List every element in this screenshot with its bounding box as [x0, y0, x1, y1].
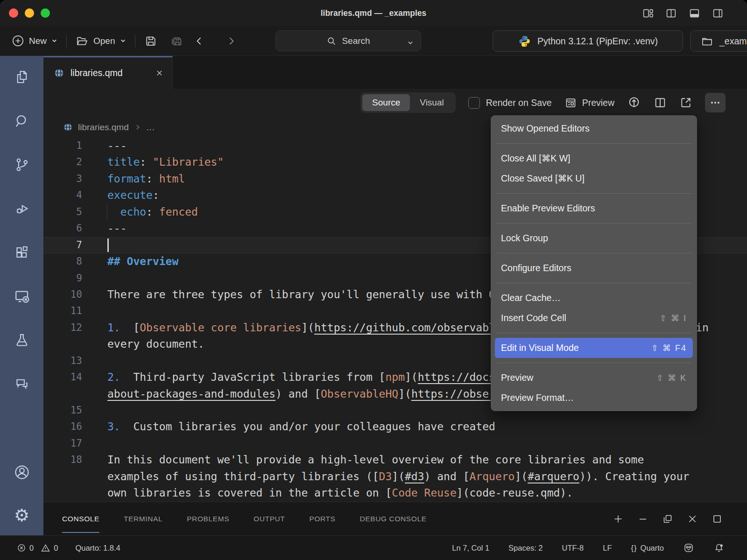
eol-status[interactable]: LF	[603, 544, 612, 553]
warning-count: 0	[54, 544, 58, 553]
panel-restore-icon[interactable]	[662, 513, 673, 525]
more-actions-button[interactable]	[705, 93, 726, 112]
navigate-forward-icon[interactable]	[226, 35, 237, 47]
panel-tab-console[interactable]: CONSOLE	[62, 502, 99, 535]
menu-item-edit-in-visual-mode[interactable]: Edit in Visual Mode⇧ ⌘ F4	[495, 338, 693, 358]
encoding-status[interactable]: UTF-8	[562, 544, 584, 553]
panel-tab-problems[interactable]: PROBLEMS	[187, 502, 229, 535]
sidebar-item-account[interactable]	[0, 451, 43, 495]
line-number: 6	[43, 220, 82, 237]
chevron-down-icon[interactable]	[407, 38, 414, 49]
toolbar-separator	[135, 35, 135, 47]
code-line[interactable]: examples of using third-party libraries …	[43, 469, 747, 485]
new-button[interactable]: New	[12, 35, 57, 47]
sidebar-item-run-debug[interactable]	[0, 188, 43, 231]
customize-layout-icon[interactable]	[642, 7, 654, 19]
code-text: 3. Custom libraries you and/or your coll…	[107, 419, 495, 435]
menu-item-preview[interactable]: Preview⇧ ⌘ K	[491, 368, 697, 388]
sidebar-item-remote-explorer[interactable]	[0, 275, 43, 319]
line-number: 14	[43, 369, 82, 385]
panel-close-icon[interactable]	[687, 513, 698, 525]
sidebar-item-comments[interactable]	[0, 363, 43, 407]
menu-separator	[496, 193, 691, 194]
tab-libraries-qmd[interactable]: libraries.qmd	[43, 56, 173, 89]
panel-tab-ports[interactable]: PORTS	[309, 502, 335, 535]
line-number: 11	[43, 303, 82, 319]
close-window-button[interactable]	[9, 8, 18, 18]
line-number: 7	[43, 237, 82, 253]
panel-add-icon[interactable]	[613, 513, 624, 525]
toggle-panel-icon[interactable]	[689, 7, 700, 19]
breadcrumb-file[interactable]: libraries.qmd	[78, 122, 129, 133]
window-title: libraries.qmd — _examples	[0, 8, 747, 18]
line-number: 8	[43, 253, 82, 270]
chevron-right-icon	[134, 124, 141, 131]
split-editor-icon[interactable]	[654, 96, 667, 109]
menu-item-label: Clear Cache…	[501, 293, 561, 303]
line-number: 2	[43, 154, 82, 170]
line-number	[43, 336, 82, 352]
source-mode-button[interactable]: Source	[362, 94, 410, 111]
render-icon[interactable]	[627, 96, 641, 110]
preview-label: Preview	[582, 98, 614, 108]
quarto-file-icon	[63, 122, 73, 132]
cursor-position-status[interactable]: Ln 7, Col 1	[452, 544, 489, 553]
render-on-save-checkbox[interactable]	[468, 97, 480, 109]
visual-mode-button[interactable]: Visual	[410, 94, 453, 111]
interpreter-selector[interactable]: Python 3.12.1 (PipEnv: .venv)	[493, 30, 683, 52]
code-text: ---	[107, 220, 127, 237]
sidebar-item-extensions[interactable]	[0, 231, 43, 275]
menu-item-label: Enable Preview Editors	[501, 203, 595, 214]
menu-item-lock-group[interactable]: Lock Group	[491, 228, 697, 248]
minimize-window-button[interactable]	[25, 8, 34, 18]
panel-tab-debug-console[interactable]: DEBUG CONSOLE	[360, 502, 427, 535]
save-all-icon[interactable]	[169, 34, 183, 48]
sidebar-item-explorer[interactable]	[0, 56, 43, 100]
menu-item-close-all-k-w[interactable]: Close All [⌘K W]	[491, 148, 697, 168]
code-line[interactable]: own libraries is covered in the article …	[43, 485, 747, 501]
notifications-bell-icon[interactable]	[713, 542, 725, 553]
sidebar-item-search[interactable]	[0, 100, 43, 144]
language-mode-status[interactable]: {} Quarto	[631, 544, 664, 553]
python-logo-icon	[518, 35, 531, 48]
panel-maximize-icon[interactable]	[712, 513, 723, 525]
close-tab-icon[interactable]	[155, 69, 164, 77]
preview-button[interactable]: Preview	[564, 97, 614, 109]
line-number: 10	[43, 287, 82, 303]
code-line[interactable]: 163. Custom libraries you and/or your co…	[43, 419, 747, 435]
open-button[interactable]: Open	[76, 35, 126, 48]
navigate-back-icon[interactable]	[194, 35, 205, 47]
menu-item-insert-code-cell[interactable]: Insert Code Cell⇧ ⌘ I	[491, 308, 697, 328]
quarto-version-status[interactable]: Quarto: 1.8.4	[75, 544, 120, 553]
breadcrumb-more[interactable]: …	[146, 122, 155, 133]
code-line[interactable]: 17	[43, 435, 747, 452]
sidebar-item-testing[interactable]	[0, 319, 43, 363]
toggle-split-editor-icon[interactable]	[665, 7, 677, 19]
menu-item-enable-preview-editors[interactable]: Enable Preview Editors	[491, 198, 697, 218]
project-selector[interactable]: _examples	[690, 30, 747, 52]
indentation-status[interactable]: Spaces: 2	[508, 544, 543, 553]
maximize-window-button[interactable]	[41, 8, 50, 18]
menu-item-close-saved-k-u[interactable]: Close Saved [⌘K U]	[491, 168, 697, 189]
open-in-new-window-icon[interactable]	[679, 96, 692, 109]
feedback-smiley-icon[interactable]	[683, 542, 694, 553]
line-number	[43, 469, 82, 485]
problems-status[interactable]: 0 0	[17, 543, 58, 553]
toggle-secondary-sidebar-icon[interactable]	[712, 7, 724, 19]
save-icon[interactable]	[144, 35, 157, 48]
line-number: 1	[43, 138, 82, 154]
sidebar-item-settings[interactable]: ⚙	[0, 495, 43, 535]
sidebar-item-source-control[interactable]	[0, 144, 43, 188]
panel-tab-terminal[interactable]: TERMINAL	[124, 502, 162, 535]
menu-separator	[496, 223, 691, 224]
code-line[interactable]: 18In this document we'll provide a high-…	[43, 452, 747, 468]
window-controls	[0, 8, 50, 18]
menu-item-clear-cache[interactable]: Clear Cache…	[491, 288, 697, 308]
menu-item-configure-editors[interactable]: Configure Editors	[491, 258, 697, 278]
language-label: Quarto	[641, 544, 664, 553]
search-input[interactable]: Search	[275, 30, 421, 51]
panel-minimize-icon[interactable]	[637, 513, 648, 525]
panel-tab-output[interactable]: OUTPUT	[254, 502, 285, 535]
menu-item-preview-format[interactable]: Preview Format…	[491, 388, 697, 408]
menu-item-show-opened-editors[interactable]: Show Opened Editors	[491, 119, 697, 139]
